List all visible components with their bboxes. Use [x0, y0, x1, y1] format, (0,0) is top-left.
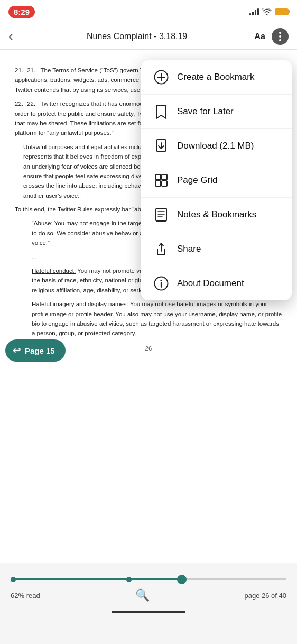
signal-icon: [249, 8, 259, 15]
page-indicator-label: Page 15: [25, 346, 55, 355]
progress-percent-label: 62% read: [11, 592, 40, 600]
share-label: Share: [177, 244, 201, 254]
page-count-label: page 26 of 40: [244, 592, 286, 600]
svg-rect-6: [162, 174, 167, 180]
progress-bar-container[interactable]: [0, 563, 297, 580]
progress-thumb[interactable]: [177, 575, 187, 584]
svg-rect-8: [162, 181, 167, 186]
progress-start-dot: [11, 577, 16, 582]
menu-item-about-document[interactable]: About Document: [141, 266, 292, 300]
nav-bar: ‹ Nunes Complaint - 3.18.19 Aa: [0, 23, 297, 50]
plus-circle-icon: [153, 69, 170, 86]
search-icon[interactable]: 🔍: [135, 588, 150, 602]
progress-track[interactable]: [11, 578, 286, 580]
notes-bookmarks-label: Notes & Bookmarks: [177, 209, 256, 220]
back-button[interactable]: ‹: [8, 28, 20, 44]
svg-rect-7: [155, 181, 161, 186]
dropdown-menu: Create a Bookmark Save for Later Downloa…: [141, 60, 292, 300]
create-bookmark-label: Create a Bookmark: [177, 72, 254, 82]
page-grid-label: Page Grid: [177, 175, 218, 186]
menu-item-page-grid[interactable]: Page Grid: [141, 163, 292, 198]
page-indicator[interactable]: ↩ Page 15: [5, 339, 66, 362]
status-time: 8:29: [8, 6, 35, 18]
progress-fill: [11, 578, 182, 580]
menu-item-save-for-later[interactable]: Save for Later: [141, 95, 292, 129]
menu-item-notes-bookmarks[interactable]: Notes & Bookmarks: [141, 198, 292, 232]
save-for-later-label: Save for Later: [177, 106, 234, 117]
svg-rect-5: [155, 174, 161, 180]
bottom-bar: 62% read 🔍 page 26 of 40: [0, 563, 297, 644]
wifi-icon: [262, 8, 272, 15]
status-bar: 8:29: [0, 0, 297, 23]
progress-mid-dot: [126, 577, 132, 582]
notes-icon: [153, 206, 170, 223]
font-settings-button[interactable]: Aa: [255, 32, 265, 41]
share-icon: [153, 241, 170, 257]
svg-point-16: [161, 280, 162, 281]
bookmark-icon: [153, 103, 170, 120]
more-options-button[interactable]: [272, 28, 289, 45]
status-icons: [249, 8, 289, 15]
info-icon: [153, 275, 170, 292]
document-title: Nunes Complaint - 3.18.19: [20, 32, 255, 41]
content-area: 21. 21. The Terms of Service (“ToS”) gov…: [0, 50, 297, 563]
battery-icon: [275, 8, 289, 15]
svg-rect-9: [156, 208, 166, 221]
menu-item-download[interactable]: Download (2.1 MB): [141, 129, 292, 163]
menu-item-create-bookmark[interactable]: Create a Bookmark: [141, 60, 292, 95]
grid-icon: [153, 172, 170, 189]
about-document-label: About Document: [177, 278, 244, 289]
bottom-labels: 62% read 🔍 page 26 of 40: [0, 580, 297, 602]
menu-item-share[interactable]: Share: [141, 232, 292, 266]
page-indicator-arrow-icon: ↩: [13, 345, 21, 356]
home-indicator: [112, 611, 185, 613]
download-icon: [153, 137, 170, 154]
more-dots-icon: [279, 32, 281, 41]
hateful-imagery-paragraph: Hateful imagery and display names: You m…: [15, 299, 282, 338]
download-label: Download (2.1 MB): [177, 141, 254, 151]
